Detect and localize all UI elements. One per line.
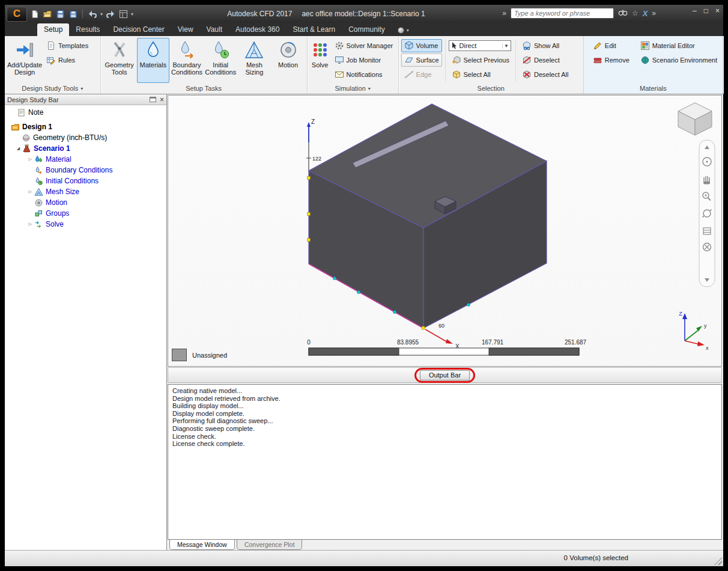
title-chevron-icon[interactable]: » bbox=[502, 9, 506, 17]
navigation-toolbar bbox=[699, 140, 715, 287]
material-editor-button[interactable]: Material Editor bbox=[637, 39, 720, 52]
group-inner-separator bbox=[445, 39, 446, 82]
group-dropdown-icon: ▾ bbox=[80, 86, 83, 91]
favorites-star-icon[interactable]: ☆ bbox=[632, 9, 639, 17]
selection-mode-dropdown[interactable]: Direct ▼ bbox=[449, 40, 511, 51]
tab-results[interactable]: Results bbox=[69, 23, 106, 36]
expander-collapsed-icon[interactable]: ▷ bbox=[26, 157, 34, 162]
toolbar-overflow-icon[interactable]: ▾ bbox=[131, 11, 133, 17]
workspace-icon[interactable] bbox=[118, 9, 128, 19]
expander-expanded-icon[interactable]: ◢ bbox=[14, 146, 22, 151]
infocenter-overflow-icon[interactable]: » bbox=[652, 9, 656, 17]
search-input[interactable] bbox=[511, 10, 613, 17]
output-bar-strip: Output Bar bbox=[168, 367, 722, 383]
exchange-apps-icon[interactable]: X bbox=[643, 9, 648, 18]
notifications-button[interactable]: Notifications bbox=[332, 68, 396, 81]
tree-item-groups[interactable]: Groups bbox=[5, 208, 166, 219]
mesh-size-icon bbox=[34, 188, 43, 197]
materials-button[interactable]: Materials bbox=[137, 38, 169, 83]
select-previous-button[interactable]: Select Previous bbox=[449, 53, 512, 67]
expander-collapsed-icon[interactable]: ▷ bbox=[26, 189, 34, 194]
geometry-tools-button[interactable]: Geometry Tools bbox=[103, 38, 136, 83]
tree-item-note[interactable]: Note bbox=[5, 107, 166, 118]
expander-collapsed-icon[interactable]: ▷ bbox=[26, 222, 34, 227]
new-file-icon[interactable] bbox=[30, 9, 40, 19]
tab-decision-center[interactable]: Decision Center bbox=[106, 23, 171, 36]
save-icon[interactable] bbox=[55, 9, 65, 19]
save-all-icon[interactable] bbox=[68, 9, 77, 19]
select-all-button[interactable]: Select All bbox=[449, 68, 512, 81]
initial-conditions-icon bbox=[34, 177, 43, 186]
tree-item-mesh-size[interactable]: ▷ Mesh Size bbox=[5, 186, 166, 197]
tree-item-boundary-conditions[interactable]: Boundary Conditions bbox=[5, 165, 166, 176]
cursor-icon bbox=[452, 41, 458, 50]
initial-conditions-button[interactable]: Initial Conditions bbox=[204, 38, 237, 83]
boundary-conditions-icon bbox=[177, 40, 196, 60]
solver-manager-button[interactable]: Solver Manager bbox=[332, 39, 396, 52]
tab-setup[interactable]: Setup bbox=[37, 23, 69, 36]
view-cube[interactable] bbox=[678, 103, 712, 135]
ribbon-display-caret-icon: ▾ bbox=[407, 28, 409, 33]
search-binoculars-icon[interactable] bbox=[618, 8, 628, 19]
3d-viewport[interactable]: Z 122 bbox=[168, 95, 722, 367]
maximize-button[interactable]: □ bbox=[704, 7, 708, 15]
undo-dropdown-icon[interactable]: ▾ bbox=[100, 11, 103, 17]
rules-button[interactable]: Rules bbox=[43, 53, 91, 67]
motion-button[interactable]: Motion bbox=[271, 38, 304, 83]
tree-item-scenario-1[interactable]: ◢ Scenario 1 bbox=[5, 143, 166, 154]
tree-item-motion[interactable]: Motion bbox=[5, 197, 166, 208]
mesh-sizing-button[interactable]: Mesh Sizing bbox=[238, 38, 270, 83]
ribbon-group-label-design-study-tools[interactable]: Design Study Tools ▾ bbox=[5, 83, 100, 94]
combo-arrow-icon[interactable]: ▼ bbox=[502, 43, 511, 49]
select-surface-button[interactable]: Surface bbox=[401, 53, 442, 67]
tab-view[interactable]: View bbox=[171, 23, 200, 36]
model-box[interactable] bbox=[309, 104, 547, 328]
open-file-icon[interactable] bbox=[43, 9, 52, 19]
workspace: Z 122 bbox=[167, 94, 723, 550]
edit-material-button[interactable]: Edit bbox=[590, 39, 632, 52]
message-window[interactable]: Creating native model... Design model re… bbox=[168, 384, 722, 540]
panel-close-icon[interactable]: × bbox=[160, 97, 164, 103]
deselect-all-button[interactable]: Deselect All bbox=[519, 68, 571, 81]
deselect-button[interactable]: Deselect bbox=[519, 53, 571, 67]
select-volume-button[interactable]: Volume bbox=[401, 39, 442, 52]
select-edge-button[interactable]: Edge bbox=[401, 68, 442, 81]
ribbon-group-design-study-tools: Add/Update Design Templates Rules Design… bbox=[5, 36, 101, 94]
undo-icon[interactable] bbox=[88, 9, 97, 19]
boundary-conditions-button[interactable]: Boundary Conditions bbox=[171, 38, 203, 83]
minimize-button[interactable]: – bbox=[693, 7, 697, 15]
tab-message-window[interactable]: Message Window bbox=[169, 540, 235, 550]
close-button[interactable]: × bbox=[715, 7, 720, 15]
solve-button[interactable]: Solve bbox=[310, 38, 330, 83]
tab-autodesk-360[interactable]: Autodesk 360 bbox=[229, 23, 286, 36]
tree-item-material[interactable]: ▷ Material bbox=[5, 154, 166, 165]
scenario-environment-button[interactable]: Scenario Environment bbox=[637, 53, 720, 67]
redo-icon[interactable] bbox=[106, 9, 115, 19]
tab-vault[interactable]: Vault bbox=[200, 23, 229, 36]
x-axis: X 60 bbox=[425, 323, 460, 350]
tab-community[interactable]: Community bbox=[342, 23, 392, 36]
panel-float-icon[interactable] bbox=[150, 97, 156, 102]
ribbon: Add/Update Design Templates Rules Design… bbox=[5, 36, 723, 94]
show-all-icon bbox=[522, 41, 532, 50]
application-menu-button[interactable]: C bbox=[7, 7, 27, 22]
tree-item-design-1[interactable]: Design 1 bbox=[5, 121, 166, 132]
add-update-design-icon bbox=[15, 40, 34, 60]
job-monitor-button[interactable]: Job Monitor bbox=[332, 53, 396, 67]
search-box[interactable] bbox=[511, 8, 614, 19]
tab-convergence-plot[interactable]: Convergence Plot bbox=[237, 540, 302, 550]
tree-item-geometry[interactable]: Geometry (inch-BTU/s) bbox=[5, 132, 166, 143]
ribbon-group-label-simulation[interactable]: Simulation ▾ bbox=[308, 83, 398, 94]
message-line: Performing full diagnostic sweep... bbox=[172, 417, 717, 425]
add-update-design-button[interactable]: Add/Update Design bbox=[7, 38, 42, 83]
ribbon-display-toggle[interactable]: ▾ bbox=[398, 27, 409, 36]
material-editor-icon bbox=[640, 41, 650, 50]
resize-grip-icon[interactable] bbox=[714, 557, 722, 565]
remove-material-button[interactable]: Remove bbox=[590, 53, 632, 67]
templates-button[interactable]: Templates bbox=[43, 39, 91, 52]
tab-start-learn[interactable]: Start & Learn bbox=[286, 23, 342, 36]
tree-item-solve[interactable]: ▷ Solve bbox=[5, 219, 166, 230]
tree-item-initial-conditions[interactable]: Initial Conditions bbox=[5, 176, 166, 186]
show-all-button[interactable]: Show All bbox=[519, 39, 571, 52]
output-bar-button[interactable]: Output Bar bbox=[420, 370, 470, 380]
